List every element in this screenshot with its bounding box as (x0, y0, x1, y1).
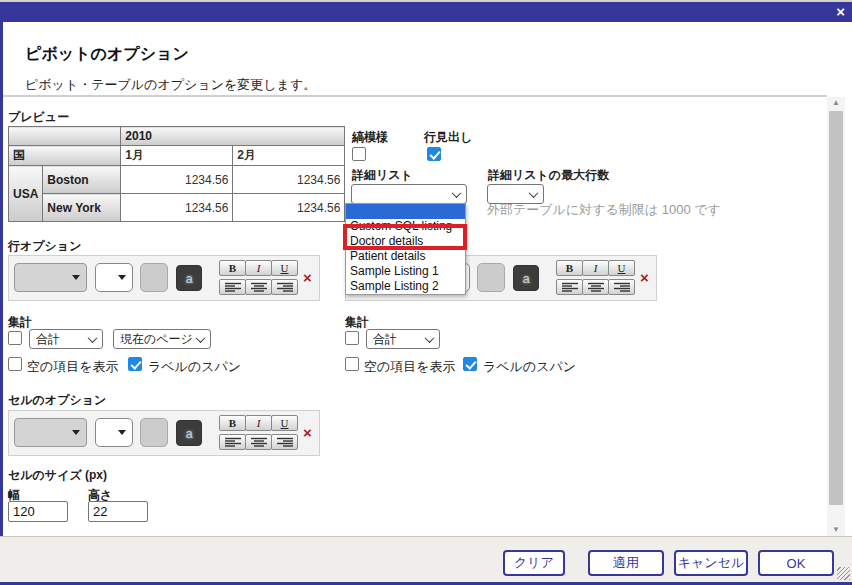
preview-month-header: 2月 (233, 146, 345, 166)
remove-cell-format-icon[interactable]: × (303, 426, 312, 440)
row-heading-checkbox[interactable] (427, 147, 441, 161)
align-right-button[interactable] (271, 434, 298, 450)
row-size-select[interactable] (95, 263, 133, 292)
cell-bg-color-button[interactable] (140, 418, 168, 447)
label-span-right-label: ラベルのスパン (483, 358, 576, 376)
aggregate-left-type-value: 合計 (36, 331, 60, 348)
align-left-button[interactable] (219, 434, 246, 450)
row-bg-color-button[interactable] (140, 263, 168, 292)
bold-button[interactable]: B (219, 260, 246, 276)
remove-row-format-icon[interactable]: × (303, 271, 312, 285)
striped-checkbox[interactable] (352, 147, 366, 161)
max-rows-label: 詳細リストの最大行数 (488, 167, 609, 184)
dialog-footer: クリア 適用 キャンセル OK (0, 536, 852, 582)
preview-cell: 1234.56 (121, 194, 233, 222)
column-align-button-group (556, 279, 635, 295)
row-style-select[interactable] (14, 263, 87, 292)
dropdown-arrow-icon (72, 430, 80, 435)
underline-button[interactable]: U (271, 260, 298, 276)
preview-cell: 1234.56 (233, 194, 345, 222)
page-subtitle: ピボット・テーブルのオプションを変更します。 (25, 76, 316, 94)
list-item[interactable] (346, 204, 465, 219)
list-item[interactable]: Sample Listing 1 (346, 264, 465, 279)
dropdown-arrow-icon (118, 430, 126, 435)
resize-grip[interactable] (837, 567, 850, 580)
page-title: ピボットのオプション (25, 44, 189, 65)
cell-style-button-group: B I U (219, 415, 298, 431)
show-empty-right-checkbox[interactable] (345, 357, 359, 371)
preview-cell: 1234.56 (121, 166, 233, 194)
preview-cell: 1234.56 (233, 166, 345, 194)
list-item[interactable]: Patient details (346, 249, 465, 264)
align-left-button[interactable] (556, 279, 583, 295)
detail-list-dropdown: Custom SQL listing Doctor details Patien… (345, 203, 466, 295)
list-item[interactable]: Sample Listing 2 (346, 279, 465, 294)
scrollbar-thumb[interactable] (829, 111, 843, 505)
cell-style-select[interactable] (14, 418, 87, 447)
vertical-scrollbar[interactable]: ▲ ▼ (827, 97, 845, 536)
remove-column-format-icon[interactable]: × (640, 271, 649, 285)
show-empty-left-checkbox[interactable] (8, 357, 22, 371)
chevron-down-icon (452, 188, 462, 198)
preview-row-label: Boston (43, 166, 121, 194)
align-center-button[interactable] (245, 434, 272, 450)
preview-label: プレビュー (8, 109, 69, 126)
row-style-button-group: B I U (219, 260, 298, 276)
cell-size-label: セルのサイズ (px) (8, 467, 107, 484)
cell-size-select[interactable] (95, 418, 133, 447)
column-font-color-button[interactable]: a (513, 265, 539, 291)
clear-button[interactable]: クリア (503, 550, 565, 576)
dialog-left-border (0, 22, 3, 585)
dialog-titlebar: × (0, 2, 852, 22)
italic-button[interactable]: I (245, 415, 272, 431)
dropdown-arrow-icon (72, 275, 80, 280)
align-right-button[interactable] (271, 279, 298, 295)
row-options-toolbar: a B I U × (8, 255, 320, 301)
scroll-down-icon[interactable]: ▼ (827, 524, 845, 536)
preview-year-header: 2010 (121, 127, 345, 146)
label-span-left-checkbox[interactable] (128, 357, 142, 371)
detail-list-select[interactable] (351, 184, 467, 204)
label-span-right-checkbox[interactable] (463, 357, 477, 371)
list-item-doctor-details[interactable]: Doctor details (346, 234, 465, 249)
aggregate-right-checkbox[interactable] (345, 331, 359, 345)
align-left-button[interactable] (219, 279, 246, 295)
ok-button[interactable]: OK (758, 550, 834, 576)
align-center-button[interactable] (245, 279, 272, 295)
show-empty-left-label: 空の項目を表示 (27, 358, 119, 376)
aggregate-left-checkbox[interactable] (8, 331, 22, 345)
align-center-button[interactable] (582, 279, 609, 295)
apply-button[interactable]: 適用 (588, 550, 664, 576)
align-right-button[interactable] (608, 279, 635, 295)
row-font-color-button[interactable]: a (176, 265, 202, 291)
column-bg-color-button[interactable] (477, 263, 505, 292)
scroll-up-icon[interactable]: ▲ (827, 97, 845, 109)
aggregate-right-type-value: 合計 (373, 331, 397, 348)
bold-button[interactable]: B (556, 260, 583, 276)
underline-button[interactable]: U (271, 415, 298, 431)
cell-font-color-button[interactable]: a (176, 420, 202, 446)
label-span-left-label: ラベルのスパン (148, 358, 241, 376)
italic-button[interactable]: I (245, 260, 272, 276)
font-color-glyph: a (185, 426, 192, 441)
row-align-button-group (219, 279, 298, 295)
italic-button[interactable]: I (582, 260, 609, 276)
aggregate-left-type-select[interactable]: 合計 (29, 329, 103, 349)
close-icon[interactable]: × (836, 3, 845, 21)
bold-button[interactable]: B (219, 415, 246, 431)
chevron-down-icon (425, 333, 435, 343)
cell-options-label: セルのオプション (8, 392, 106, 409)
cancel-button[interactable]: キャンセル (674, 550, 748, 576)
font-color-glyph: a (522, 271, 529, 286)
aggregate-right-type-select[interactable]: 合計 (366, 329, 440, 349)
list-item[interactable]: Custom SQL listing (346, 219, 465, 234)
cell-width-input[interactable] (8, 501, 68, 522)
font-color-glyph: a (185, 271, 192, 286)
underline-button[interactable]: U (608, 260, 635, 276)
column-style-button-group: B I U (556, 260, 635, 276)
aggregate-left-scope-value: 現在のページ (120, 331, 193, 348)
preview-corner-header: 国 (9, 146, 121, 166)
cell-height-input[interactable] (88, 501, 148, 522)
aggregate-left-scope-select[interactable]: 現在のページ (113, 329, 211, 349)
row-options-label: 行オプション (8, 238, 81, 255)
